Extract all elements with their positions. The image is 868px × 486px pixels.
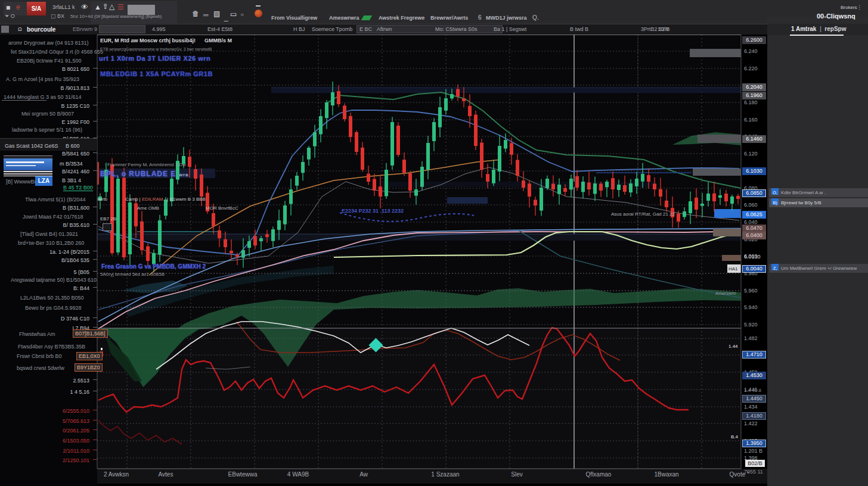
svg-text:HA1: HA1 xyxy=(728,266,738,272)
